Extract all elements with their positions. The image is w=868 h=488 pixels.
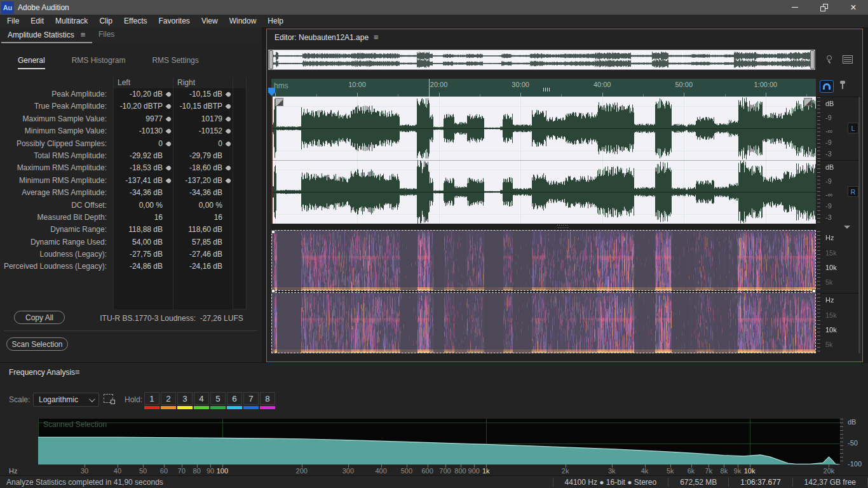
- editor-scrollbar[interactable]: [858, 97, 860, 353]
- hold-button-5[interactable]: 5: [210, 392, 226, 405]
- freq-tick-label: 10k: [736, 467, 764, 475]
- overview-left-handle[interactable]: [269, 50, 273, 69]
- marker-pin-icon[interactable]: [226, 177, 232, 184]
- zoom-navigate-icon[interactable]: [824, 55, 836, 65]
- timeline-unit-label: hms: [274, 81, 288, 90]
- marker-pin-icon[interactable]: [226, 165, 232, 172]
- menu-help[interactable]: Help: [262, 15, 289, 27]
- hold-unit-5: 5: [210, 392, 227, 409]
- frequency-chart-canvas[interactable]: [38, 419, 840, 464]
- selection-handle[interactable]: [271, 230, 275, 234]
- hold-color-bar: [260, 406, 275, 409]
- marker-cluster[interactable]: [543, 88, 550, 92]
- db-label: -9: [825, 139, 832, 146]
- frequency-panel-menu-icon[interactable]: ≡: [75, 367, 80, 377]
- stat-row: Dynamic Range Used:54,00 dB57,85 dB: [0, 236, 262, 248]
- spectral-dropdown-icon[interactable]: [844, 226, 850, 229]
- channel-left-badge[interactable]: L: [848, 123, 858, 133]
- fade-out-handle[interactable]: [804, 98, 812, 106]
- db-label: dB: [825, 163, 834, 171]
- freq-tick-label: 40: [104, 467, 132, 475]
- marker-pin-icon[interactable]: [166, 128, 172, 135]
- copy-graph-icon[interactable]: [104, 394, 113, 403]
- hold-button-6[interactable]: 6: [227, 392, 242, 405]
- marker-pin-icon[interactable]: [226, 92, 232, 98]
- editor-tab-title[interactable]: Editor: Neubauten12A1.ape: [275, 33, 369, 42]
- hold-button-7[interactable]: 7: [243, 392, 259, 405]
- selection-divider: [272, 292, 815, 293]
- menu-favorites[interactable]: Favorites: [153, 15, 196, 27]
- tab-general[interactable]: General: [18, 56, 45, 69]
- status-format: 44100 Hz ● 16-bit ● Stereo: [553, 478, 668, 487]
- menu-file[interactable]: File: [1, 15, 25, 27]
- marker-pin-icon[interactable]: [166, 165, 172, 172]
- hz-label: 15k: [825, 311, 837, 319]
- menu-view[interactable]: View: [196, 15, 224, 27]
- selection-handle[interactable]: [271, 289, 275, 293]
- marker-pin-icon[interactable]: [166, 92, 172, 98]
- copy-all-button[interactable]: Copy All: [14, 311, 65, 324]
- snap-magnet-icon[interactable]: [820, 80, 834, 93]
- editor-panel-menu-icon[interactable]: ≡: [374, 32, 379, 42]
- overview-right-handle[interactable]: [810, 50, 815, 69]
- menu-clip[interactable]: Clip: [93, 15, 118, 27]
- timeline[interactable]: hms 10:0020:0030:0040:0050:001:00:00: [271, 79, 816, 97]
- minimize-button[interactable]: [780, 0, 810, 15]
- minimize-icon: [792, 7, 798, 8]
- marker-pin-icon[interactable]: [226, 116, 232, 122]
- menu-effects[interactable]: Effects: [118, 15, 153, 27]
- hold-button-3[interactable]: 3: [177, 392, 193, 405]
- overview-strip[interactable]: [268, 50, 815, 70]
- menu-window[interactable]: Window: [224, 15, 262, 27]
- tab-rms-histogram[interactable]: RMS Histogram: [72, 56, 126, 69]
- timeline-tick-label: 50:00: [665, 81, 703, 88]
- frequency-panel-title[interactable]: Frequency Analysis: [9, 368, 75, 377]
- stat-value-right: 118,60 dB: [173, 224, 233, 236]
- db-ruler-right: dB -9 -∞ -9 -3 R: [817, 160, 862, 224]
- menu-multitrack[interactable]: Multitrack: [50, 15, 93, 27]
- marker-pin-icon[interactable]: [226, 128, 232, 135]
- scale-dropdown[interactable]: Logarithmic: [33, 393, 99, 407]
- waveform-view[interactable]: [271, 97, 816, 224]
- stat-value-right: 16: [173, 212, 233, 224]
- stat-row-label: DC Offset:: [0, 200, 113, 212]
- hold-button-1[interactable]: 1: [144, 392, 159, 405]
- fade-in-handle[interactable]: [275, 98, 283, 106]
- hold-unit-6: 6: [227, 392, 243, 409]
- marker-pin-icon[interactable]: [166, 177, 172, 184]
- menu-edit[interactable]: Edit: [25, 15, 50, 27]
- marker-pin-icon[interactable]: [166, 140, 172, 147]
- hold-button-4[interactable]: 4: [194, 392, 209, 405]
- marker-pin-icon[interactable]: [166, 104, 172, 110]
- spectrogram-view[interactable]: [271, 230, 816, 353]
- overview-waveform-canvas[interactable]: [273, 51, 810, 69]
- marker-pin-icon[interactable]: [226, 140, 232, 147]
- view-splitter[interactable]: [271, 224, 816, 230]
- close-button[interactable]: ×: [839, 0, 868, 15]
- waveform-canvas[interactable]: [271, 97, 816, 224]
- hz-label: 10k: [825, 264, 837, 271]
- hz-label: Hz: [825, 234, 834, 241]
- hold-button-2[interactable]: 2: [161, 392, 176, 405]
- scan-selection-button[interactable]: Scan Selection: [6, 337, 68, 351]
- hz-label: 5k: [825, 278, 833, 286]
- marker-pin-icon[interactable]: [166, 116, 172, 122]
- frequency-plot[interactable]: Scanned Selection: [38, 419, 840, 464]
- editor-view-menu-icon[interactable]: [843, 55, 853, 64]
- tab-files[interactable]: Files: [98, 30, 114, 39]
- spectrogram-canvas[interactable]: [272, 231, 815, 353]
- tab-amplitude-statistics[interactable]: Amplitude Statistics≡: [8, 30, 85, 39]
- hold-button-8[interactable]: 8: [260, 392, 275, 405]
- channel-right-badge[interactable]: R: [848, 186, 858, 197]
- panel-menu-icon[interactable]: ≡: [81, 30, 86, 39]
- marker-pin-icon[interactable]: [226, 104, 232, 110]
- column-header-right: Right: [173, 78, 233, 88]
- splitter-grip-icon[interactable]: [557, 225, 569, 228]
- restore-button[interactable]: [810, 0, 839, 15]
- pin-marker-icon[interactable]: [839, 81, 846, 91]
- freq-tick-label: 400: [367, 467, 395, 475]
- freq-tick-label: 100: [208, 467, 236, 475]
- selection-handle[interactable]: [812, 289, 816, 293]
- tab-rms-settings[interactable]: RMS Settings: [152, 56, 198, 69]
- status-bar: Analyze Statistics completed in 41,90 se…: [0, 475, 868, 488]
